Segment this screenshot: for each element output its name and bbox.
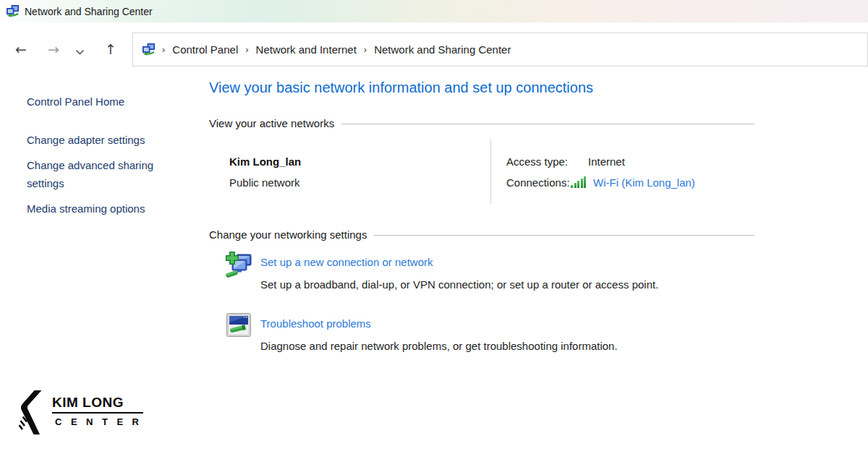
address-bar[interactable]: › Control Panel › Network and Internet ›… — [132, 33, 868, 67]
setup-new-connection-description: Set up a broadband, dial-up, or VPN conn… — [260, 278, 658, 291]
kim-long-logo-subtitle: CENTER — [55, 416, 148, 427]
troubleshoot-problems-link[interactable]: Troubleshoot problems — [260, 317, 371, 330]
kim-long-logo-chevron-icon — [19, 390, 48, 440]
window-title: Network and Sharing Center — [25, 6, 153, 17]
wifi-connection-link[interactable]: Wi-Fi (Kim Long_lan) — [593, 176, 695, 189]
forward-button[interactable]: → — [44, 40, 63, 58]
access-type-value: Internet — [588, 155, 625, 168]
access-type-label: Access type: — [506, 155, 568, 168]
active-network-profile: Public network — [229, 176, 300, 189]
page-title: View your basic network information and … — [209, 80, 593, 96]
connections-label: Connections: — [506, 176, 570, 189]
breadcrumb-network-and-sharing-center[interactable]: Network and Sharing Center — [374, 43, 511, 56]
window-titlebar: Network and Sharing Center — [0, 0, 868, 22]
chevron-down-icon — [75, 49, 85, 56]
kim-long-logo-divider — [52, 412, 143, 414]
sidebar-item-control-panel-home[interactable]: Control Panel Home — [27, 93, 124, 111]
sidebar-item-media-streaming-options[interactable]: Media streaming options — [27, 200, 145, 218]
section-divider — [341, 124, 754, 124]
breadcrumb-separator: › — [244, 44, 249, 55]
active-network-name: Kim Long_lan — [229, 155, 301, 168]
section-divider — [374, 235, 754, 236]
troubleshoot-problems-description: Diagnose and repair network problems, or… — [260, 340, 618, 352]
breadcrumb-separator: › — [363, 44, 367, 55]
active-networks-section-header: View your active networks — [209, 117, 754, 129]
breadcrumb-network-and-internet[interactable]: Network and Internet — [256, 43, 357, 56]
networking-settings-section-label: Change your networking settings — [209, 228, 367, 241]
active-network-column-divider — [490, 140, 491, 204]
breadcrumb-separator: › — [161, 44, 166, 55]
new-connection-icon[interactable] — [225, 252, 252, 282]
kim-long-logo-name: KIM LONG — [52, 395, 124, 411]
setup-new-connection-link[interactable]: Set up a new connection or network — [260, 256, 433, 268]
recent-locations-chevron-button[interactable] — [75, 46, 85, 59]
active-networks-section-label: View your active networks — [209, 117, 334, 129]
network-sharing-center-icon — [7, 5, 19, 17]
networking-settings-section-header: Change your networking settings — [209, 228, 754, 241]
wifi-signal-icon — [571, 176, 586, 188]
back-button[interactable]: ← — [12, 40, 30, 58]
troubleshoot-icon[interactable] — [226, 313, 251, 340]
address-network-icon — [142, 43, 155, 56]
up-button[interactable]: ↑ — [101, 40, 120, 58]
breadcrumb-control-panel[interactable]: Control Panel — [172, 43, 238, 56]
sidebar-item-change-advanced-sharing-settings[interactable]: Change advanced sharing settings — [27, 156, 161, 192]
sidebar-item-change-adapter-settings[interactable]: Change adapter settings — [27, 131, 145, 149]
